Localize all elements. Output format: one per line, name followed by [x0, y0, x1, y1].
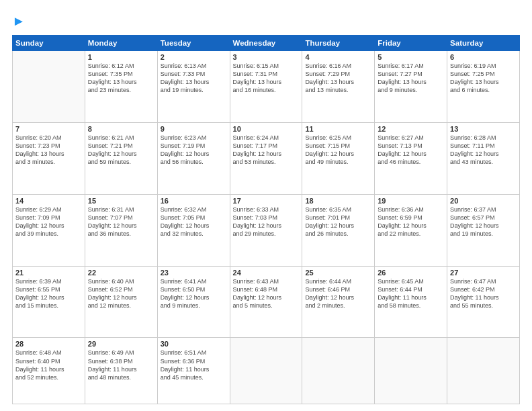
day-number: 16 [161, 197, 227, 205]
day-number: 29 [88, 340, 154, 348]
day-number: 24 [233, 269, 300, 277]
day-number: 2 [161, 53, 227, 61]
day-number: 27 [450, 269, 517, 277]
calendar-cell: 8Sunrise: 6:21 AM Sunset: 7:21 PM Daylig… [85, 122, 157, 194]
day-number: 8 [88, 125, 154, 133]
weekday-header-saturday: Saturday [447, 36, 520, 51]
calendar-table: SundayMondayTuesdayWednesdayThursdayFrid… [12, 35, 520, 404]
day-number: 11 [305, 125, 371, 133]
calendar-cell: 15Sunrise: 6:31 AM Sunset: 7:07 PM Dayli… [85, 194, 157, 266]
cell-info: Sunrise: 6:36 AM Sunset: 6:59 PM Dayligh… [378, 205, 444, 238]
calendar-cell [302, 338, 375, 404]
cell-info: Sunrise: 6:49 AM Sunset: 6:38 PM Dayligh… [88, 349, 154, 381]
calendar-cell: 17Sunrise: 6:33 AM Sunset: 7:03 PM Dayli… [230, 194, 302, 266]
calendar-cell: 23Sunrise: 6:41 AM Sunset: 6:50 PM Dayli… [157, 266, 230, 338]
day-number: 22 [88, 269, 154, 277]
weekday-header-friday: Friday [375, 36, 447, 51]
weekday-header-thursday: Thursday [302, 36, 375, 51]
cell-info: Sunrise: 6:41 AM Sunset: 6:50 PM Dayligh… [161, 277, 227, 310]
day-number: 4 [305, 53, 371, 61]
calendar-cell: 24Sunrise: 6:43 AM Sunset: 6:48 PM Dayli… [230, 266, 302, 338]
calendar-cell: 5Sunrise: 6:17 AM Sunset: 7:27 PM Daylig… [375, 51, 447, 123]
day-number: 14 [15, 197, 82, 205]
day-number: 17 [233, 197, 300, 205]
calendar-cell: 2Sunrise: 6:13 AM Sunset: 7:33 PM Daylig… [157, 51, 230, 123]
day-number: 5 [378, 53, 444, 61]
calendar-cell: 3Sunrise: 6:15 AM Sunset: 7:31 PM Daylig… [230, 51, 302, 123]
calendar-cell [375, 338, 447, 404]
day-number: 20 [450, 197, 517, 205]
day-number: 7 [15, 125, 82, 133]
calendar-week-0: 1Sunrise: 6:12 AM Sunset: 7:35 PM Daylig… [13, 51, 520, 123]
weekday-header-wednesday: Wednesday [230, 36, 302, 51]
cell-info: Sunrise: 6:12 AM Sunset: 7:35 PM Dayligh… [88, 62, 154, 95]
calendar-cell: 19Sunrise: 6:36 AM Sunset: 6:59 PM Dayli… [375, 194, 447, 266]
calendar-cell: 4Sunrise: 6:16 AM Sunset: 7:29 PM Daylig… [302, 51, 375, 123]
cell-info: Sunrise: 6:21 AM Sunset: 7:21 PM Dayligh… [88, 134, 154, 167]
calendar-cell: 21Sunrise: 6:39 AM Sunset: 6:55 PM Dayli… [13, 266, 85, 338]
day-number: 6 [450, 53, 517, 61]
cell-info: Sunrise: 6:37 AM Sunset: 6:57 PM Dayligh… [450, 205, 517, 238]
calendar-cell: 20Sunrise: 6:37 AM Sunset: 6:57 PM Dayli… [447, 194, 520, 266]
day-number: 19 [378, 197, 444, 205]
weekday-header-monday: Monday [85, 36, 157, 51]
day-number: 28 [15, 340, 82, 348]
calendar-week-3: 21Sunrise: 6:39 AM Sunset: 6:55 PM Dayli… [13, 266, 520, 338]
cell-info: Sunrise: 6:43 AM Sunset: 6:48 PM Dayligh… [233, 277, 300, 310]
cell-info: Sunrise: 6:16 AM Sunset: 7:29 PM Dayligh… [305, 62, 371, 95]
calendar-cell: 26Sunrise: 6:45 AM Sunset: 6:44 PM Dayli… [375, 266, 447, 338]
weekday-header-row: SundayMondayTuesdayWednesdayThursdayFrid… [13, 36, 520, 51]
cell-info: Sunrise: 6:51 AM Sunset: 6:36 PM Dayligh… [161, 349, 227, 381]
day-number: 13 [450, 125, 517, 133]
weekday-header-sunday: Sunday [13, 36, 85, 51]
cell-info: Sunrise: 6:45 AM Sunset: 6:44 PM Dayligh… [378, 277, 444, 310]
cell-info: Sunrise: 6:33 AM Sunset: 7:03 PM Dayligh… [233, 205, 300, 238]
cell-info: Sunrise: 6:39 AM Sunset: 6:55 PM Dayligh… [15, 277, 82, 310]
calendar-cell: 16Sunrise: 6:32 AM Sunset: 7:05 PM Dayli… [157, 194, 230, 266]
calendar-cell: 25Sunrise: 6:44 AM Sunset: 6:46 PM Dayli… [302, 266, 375, 338]
calendar-cell: 14Sunrise: 6:29 AM Sunset: 7:09 PM Dayli… [13, 194, 85, 266]
cell-info: Sunrise: 6:13 AM Sunset: 7:33 PM Dayligh… [161, 62, 227, 95]
cell-info: Sunrise: 6:28 AM Sunset: 7:11 PM Dayligh… [450, 134, 517, 167]
day-number: 25 [305, 269, 371, 277]
cell-info: Sunrise: 6:35 AM Sunset: 7:01 PM Dayligh… [305, 205, 371, 238]
calendar-cell: 12Sunrise: 6:27 AM Sunset: 7:13 PM Dayli… [375, 122, 447, 194]
calendar-week-2: 14Sunrise: 6:29 AM Sunset: 7:09 PM Dayli… [13, 194, 520, 266]
day-number: 15 [88, 197, 154, 205]
calendar-cell: 29Sunrise: 6:49 AM Sunset: 6:38 PM Dayli… [85, 338, 157, 404]
calendar-cell: 13Sunrise: 6:28 AM Sunset: 7:11 PM Dayli… [447, 122, 520, 194]
calendar-cell: 7Sunrise: 6:20 AM Sunset: 7:23 PM Daylig… [13, 122, 85, 194]
calendar-cell: 1Sunrise: 6:12 AM Sunset: 7:35 PM Daylig… [85, 51, 157, 123]
cell-info: Sunrise: 6:44 AM Sunset: 6:46 PM Dayligh… [305, 277, 371, 310]
day-number: 12 [378, 125, 444, 133]
calendar-cell: 22Sunrise: 6:40 AM Sunset: 6:52 PM Dayli… [85, 266, 157, 338]
day-number: 9 [161, 125, 227, 133]
day-number: 30 [161, 340, 227, 348]
day-number: 1 [88, 53, 154, 61]
cell-info: Sunrise: 6:23 AM Sunset: 7:19 PM Dayligh… [161, 134, 227, 167]
day-number: 3 [233, 53, 300, 61]
calendar-cell: 18Sunrise: 6:35 AM Sunset: 7:01 PM Dayli… [302, 194, 375, 266]
day-number: 26 [378, 269, 444, 277]
logo: ► [12, 13, 26, 28]
calendar-week-1: 7Sunrise: 6:20 AM Sunset: 7:23 PM Daylig… [13, 122, 520, 194]
day-number: 21 [15, 269, 82, 277]
weekday-header-tuesday: Tuesday [157, 36, 230, 51]
calendar-cell: 28Sunrise: 6:48 AM Sunset: 6:40 PM Dayli… [13, 338, 85, 404]
cell-info: Sunrise: 6:19 AM Sunset: 7:25 PM Dayligh… [450, 62, 517, 95]
calendar-cell: 11Sunrise: 6:25 AM Sunset: 7:15 PM Dayli… [302, 122, 375, 194]
day-number: 10 [233, 125, 300, 133]
page: ► SundayMondayTuesdayWednesdayThursdayFr… [0, 0, 532, 411]
cell-info: Sunrise: 6:32 AM Sunset: 7:05 PM Dayligh… [161, 205, 227, 238]
cell-info: Sunrise: 6:47 AM Sunset: 6:42 PM Dayligh… [450, 277, 517, 310]
calendar-cell: 10Sunrise: 6:24 AM Sunset: 7:17 PM Dayli… [230, 122, 302, 194]
cell-info: Sunrise: 6:29 AM Sunset: 7:09 PM Dayligh… [15, 205, 82, 238]
header: ► [12, 11, 520, 28]
calendar-cell: 6Sunrise: 6:19 AM Sunset: 7:25 PM Daylig… [447, 51, 520, 123]
calendar-cell: 9Sunrise: 6:23 AM Sunset: 7:19 PM Daylig… [157, 122, 230, 194]
day-number: 23 [161, 269, 227, 277]
calendar-cell [230, 338, 302, 404]
cell-info: Sunrise: 6:15 AM Sunset: 7:31 PM Dayligh… [233, 62, 300, 95]
calendar-cell: 27Sunrise: 6:47 AM Sunset: 6:42 PM Dayli… [447, 266, 520, 338]
cell-info: Sunrise: 6:31 AM Sunset: 7:07 PM Dayligh… [88, 205, 154, 238]
